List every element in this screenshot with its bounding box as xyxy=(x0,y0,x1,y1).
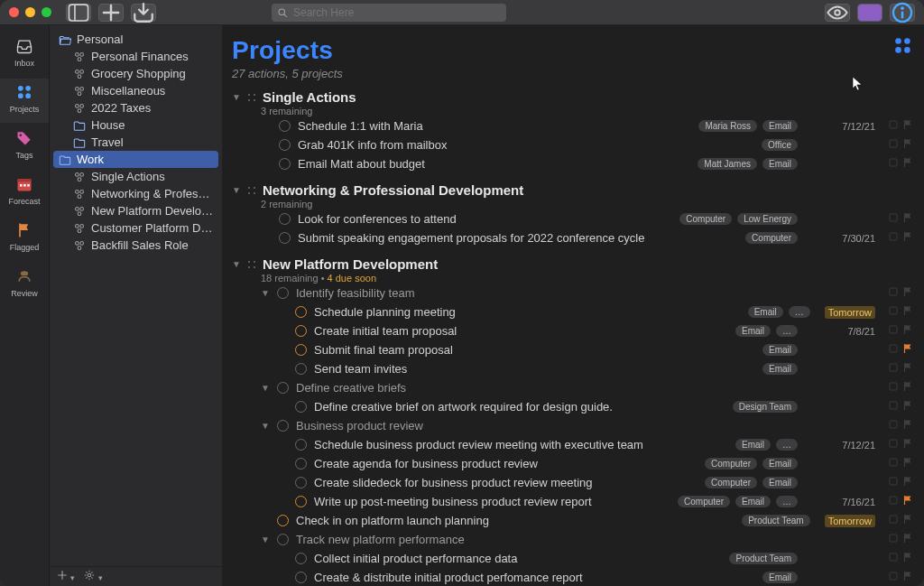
tree-item[interactable]: Miscellaneous xyxy=(53,82,218,99)
task-row[interactable]: ▼Track new platform performance xyxy=(232,530,913,549)
settings-button[interactable]: ▾ xyxy=(84,570,102,583)
tag-pill[interactable]: Email xyxy=(735,325,771,337)
add-button[interactable]: ▾ xyxy=(57,570,75,583)
task-status-circle[interactable] xyxy=(295,325,307,337)
tag-pill[interactable]: Matt James xyxy=(698,158,757,170)
tag-pill[interactable]: Computer xyxy=(678,496,730,507)
task-status-circle[interactable] xyxy=(277,534,289,545)
tree-item[interactable]: Customer Platform Develop... xyxy=(53,219,218,237)
task-row[interactable]: Email Matt about budgetMatt JamesEmail xyxy=(232,154,913,173)
flag-icon[interactable] xyxy=(902,381,913,395)
view-options-button[interactable] xyxy=(893,36,913,59)
task-status-circle[interactable] xyxy=(279,232,291,244)
flag-icon[interactable] xyxy=(902,533,913,546)
tag-pill[interactable]: Email xyxy=(762,572,798,583)
task-status-circle[interactable] xyxy=(279,213,291,225)
disclosure-triangle-icon[interactable]: ▼ xyxy=(261,288,270,298)
rail-flagged[interactable]: Flagged xyxy=(0,217,49,261)
rail-review[interactable]: Review xyxy=(0,263,49,307)
task-row[interactable]: Submit speaking engagement proposals for… xyxy=(232,228,913,247)
task-row[interactable]: Create initial team proposalEmail…7/8/21 xyxy=(232,321,913,340)
task-status-circle[interactable] xyxy=(295,477,307,488)
task-status-circle[interactable] xyxy=(279,120,291,132)
task-status-circle[interactable] xyxy=(295,572,307,583)
task-row[interactable]: Create & distribute initial product perf… xyxy=(232,568,913,586)
tag-pill[interactable]: Email xyxy=(762,158,798,170)
task-row[interactable]: Schedule business product review meeting… xyxy=(232,435,913,454)
disclosure-triangle-icon[interactable]: ▼ xyxy=(261,535,270,544)
flag-icon[interactable] xyxy=(902,438,913,451)
disclosure-triangle-icon[interactable]: ▼ xyxy=(232,259,241,269)
disclosure-triangle-icon[interactable]: ▼ xyxy=(261,383,270,393)
tag-pill[interactable]: Product Team xyxy=(742,515,810,526)
tag-pill[interactable]: Computer xyxy=(705,458,757,470)
task-status-circle[interactable] xyxy=(295,439,307,451)
flag-icon[interactable] xyxy=(902,571,913,584)
tag-pill[interactable]: Low Energy xyxy=(737,213,798,225)
task-status-circle[interactable] xyxy=(295,306,307,318)
disclosure-triangle-icon[interactable]: ▼ xyxy=(232,185,241,195)
flag-icon[interactable] xyxy=(902,476,913,489)
tree-item[interactable]: Single Actions xyxy=(53,168,218,185)
flag-icon[interactable] xyxy=(902,212,913,226)
task-status-circle[interactable] xyxy=(295,363,307,375)
perspectives-button[interactable] xyxy=(857,4,882,22)
task-row[interactable]: Submit final team proposalEmail xyxy=(232,340,913,359)
rail-inbox[interactable]: Inbox xyxy=(0,33,49,77)
search-field[interactable] xyxy=(272,4,506,22)
tag-pill[interactable]: Office xyxy=(762,139,798,151)
task-row[interactable]: Collect initial product performance data… xyxy=(232,549,913,568)
inspector-button[interactable] xyxy=(890,4,915,22)
flag-icon[interactable] xyxy=(902,305,913,319)
task-row[interactable]: ▼Identify feasibility team xyxy=(232,284,913,302)
task-row[interactable]: Define creative brief on artwork require… xyxy=(232,397,913,416)
task-row[interactable]: ▼Define creative briefs xyxy=(232,378,913,397)
flag-icon[interactable] xyxy=(902,400,913,414)
section-header[interactable]: ▼ Networking & Professional Development xyxy=(232,182,913,198)
flag-icon[interactable] xyxy=(902,119,913,133)
flag-icon[interactable] xyxy=(902,138,913,152)
tag-pill[interactable]: Design Team xyxy=(733,401,798,413)
task-row[interactable]: Grab 401K info from mailboxOffice xyxy=(232,135,913,154)
flag-icon[interactable] xyxy=(902,286,913,300)
rail-projects[interactable]: Projects xyxy=(0,79,49,123)
new-item-button[interactable] xyxy=(98,4,124,22)
task-status-circle[interactable] xyxy=(277,287,289,299)
tree-item[interactable]: New Platform Development xyxy=(53,202,218,219)
tree-item[interactable]: House xyxy=(53,116,218,134)
task-row[interactable]: Create slidedeck for business product re… xyxy=(232,473,913,492)
task-row[interactable]: Check in on platform launch planningProd… xyxy=(232,511,913,530)
flag-icon[interactable] xyxy=(902,552,913,565)
task-status-circle[interactable] xyxy=(277,515,289,526)
tree-item[interactable]: Travel xyxy=(53,134,218,151)
flag-icon[interactable] xyxy=(902,457,913,470)
tag-pill[interactable]: … xyxy=(776,325,798,337)
tag-pill[interactable]: Email xyxy=(762,363,798,375)
close-window-button[interactable] xyxy=(9,7,19,17)
zoom-window-button[interactable] xyxy=(42,7,51,17)
flag-icon[interactable] xyxy=(902,495,913,508)
tag-pill[interactable]: … xyxy=(776,439,798,451)
flag-icon[interactable] xyxy=(902,362,913,376)
tag-pill[interactable]: Email xyxy=(762,477,798,488)
tag-pill[interactable]: Email xyxy=(735,439,771,451)
section-header[interactable]: ▼ Single Actions xyxy=(232,89,913,105)
tag-pill[interactable]: Email xyxy=(762,344,798,356)
flag-icon[interactable] xyxy=(902,231,913,245)
tree-item[interactable]: 2022 Taxes xyxy=(53,99,218,116)
tag-pill[interactable]: Email xyxy=(735,496,771,507)
flag-icon[interactable] xyxy=(902,157,913,171)
task-row[interactable]: Look for conferences to attendComputerLo… xyxy=(232,209,913,228)
task-row[interactable]: Send team invitesEmail xyxy=(232,359,913,378)
tree-item[interactable]: Networking & Professional... xyxy=(53,185,218,202)
task-row[interactable]: Write up post-meeting business product r… xyxy=(232,492,913,511)
minimize-window-button[interactable] xyxy=(25,7,35,17)
rail-tags[interactable]: Tags xyxy=(0,125,49,169)
task-status-circle[interactable] xyxy=(277,420,289,432)
tag-pill[interactable]: Computer xyxy=(705,477,757,488)
quick-entry-button[interactable] xyxy=(131,4,156,22)
disclosure-triangle-icon[interactable]: ▼ xyxy=(261,421,270,431)
tag-pill[interactable]: Email xyxy=(762,120,798,132)
toggle-sidebar-button[interactable] xyxy=(66,4,91,22)
task-row[interactable]: Create agenda for business product revie… xyxy=(232,454,913,473)
